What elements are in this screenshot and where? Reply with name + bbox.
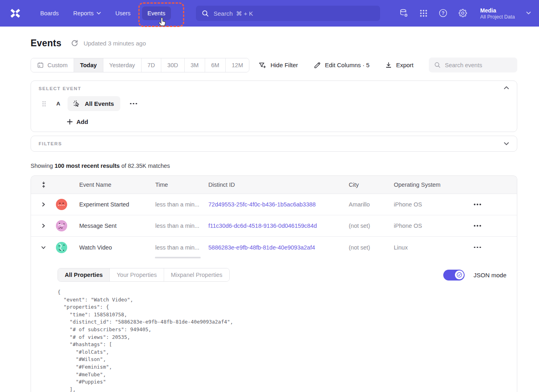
refresh-icon[interactable]: [71, 39, 78, 47]
distinct-id-link[interactable]: 5886283e-e9fb-48fb-81de-40e9093a2af4: [208, 244, 349, 251]
add-label: Add: [76, 118, 88, 125]
nav-item-events[interactable]: Events: [142, 6, 171, 20]
all-events-selector[interactable]: All Events: [68, 96, 121, 111]
filters-label: FILTERS: [39, 141, 62, 146]
last-updated-text: Updated 3 minutes ago: [84, 40, 146, 47]
row-more-options-icon[interactable]: [465, 244, 490, 251]
table-row-expanded[interactable]: Watch Video less than a min... 5886283e-…: [31, 237, 517, 258]
toggle-check-icon: [455, 270, 464, 279]
date-range-today[interactable]: Today: [74, 58, 103, 72]
distinct-id-link[interactable]: 72d49553-25fc-4f0c-b436-1b5ac6ab3388: [208, 201, 349, 208]
select-event-panel: SELECT EVENT A All Events Add: [31, 80, 517, 132]
pencil-icon: [313, 61, 321, 69]
nav-item-label: Users: [115, 10, 131, 17]
mixpanel-logo-icon[interactable]: [8, 6, 23, 21]
event-name-cell: Watch Video: [73, 244, 155, 251]
distinct-id-link[interactable]: f11c30d6-dc6d-4518-9136-0d046159c84d: [208, 223, 349, 229]
date-range-label: Today: [80, 62, 97, 68]
nav-item-reports[interactable]: Reports: [68, 6, 107, 20]
date-range-custom[interactable]: Custom: [31, 58, 74, 72]
column-header-event-name: Event Name: [73, 182, 155, 188]
date-range-label: 6M: [211, 62, 219, 68]
expand-row-chevron-right-icon[interactable]: [31, 202, 56, 207]
horizontal-scrollbar-thumb[interactable]: [155, 257, 201, 258]
export-label: Export: [396, 62, 414, 68]
global-search-input[interactable]: [214, 10, 374, 17]
column-header-city: City: [349, 182, 394, 188]
expand-row-chevron-right-icon[interactable]: [31, 223, 56, 229]
nav-item-users[interactable]: Users: [110, 6, 136, 20]
date-range-label: 7D: [148, 62, 155, 68]
nav-item-label: Boards: [40, 10, 59, 17]
json-mode-toggle[interactable]: [443, 270, 465, 281]
results-summary: Showing 100 most recent results of 82.35…: [31, 163, 517, 169]
search-icon: [202, 10, 209, 17]
date-range-6m[interactable]: 6M: [205, 58, 225, 72]
drag-handle-icon[interactable]: [42, 101, 46, 107]
primary-nav: Boards Reports Users Events: [35, 6, 171, 20]
svg-text:?: ?: [442, 10, 444, 16]
nav-item-label: Reports: [73, 10, 94, 17]
data-management-icon[interactable]: [399, 8, 409, 18]
tab-your-properties[interactable]: Your Properties: [109, 268, 163, 281]
date-range-12m[interactable]: 12M: [225, 58, 249, 72]
tab-label: Mixpanel Properties: [171, 272, 222, 278]
table-row[interactable]: Experiment Started less than a min... 72…: [31, 194, 517, 215]
apps-grid-icon[interactable]: [419, 9, 428, 18]
event-name-cell: Experiment Started: [73, 201, 155, 208]
project-name: Media: [480, 7, 515, 14]
date-range-3m[interactable]: 3M: [184, 58, 205, 72]
row-more-options-icon[interactable]: [465, 201, 490, 208]
time-cell: less than a min...: [155, 244, 208, 251]
chevron-down-icon: [526, 11, 531, 15]
date-range-yesterday[interactable]: Yesterday: [103, 58, 141, 72]
hide-filter-label: Hide Filter: [270, 62, 298, 68]
nav-item-boards[interactable]: Boards: [35, 6, 64, 20]
row-more-options-icon[interactable]: [465, 223, 490, 229]
date-range-label: 30D: [167, 62, 178, 68]
add-event-button[interactable]: Add: [67, 118, 88, 125]
event-avatar: [56, 242, 67, 253]
time-cell: less than a min...: [155, 223, 208, 229]
edit-columns-button[interactable]: Edit Columns · 5: [313, 61, 370, 69]
search-events-input[interactable]: [445, 62, 512, 68]
time-cell: less than a min...: [155, 201, 208, 208]
hide-filter-button[interactable]: Hide Filter: [258, 61, 298, 69]
event-more-options-icon[interactable]: [128, 101, 140, 107]
collapse-all-rows-icon[interactable]: [31, 181, 56, 188]
event-name-cell: Message Sent: [73, 223, 155, 229]
date-range-label: Custom: [47, 62, 68, 68]
download-icon: [385, 62, 392, 69]
help-icon[interactable]: ?: [438, 8, 448, 18]
top-navbar: Boards Reports Users Events ?: [0, 0, 539, 27]
city-cell: (not set): [349, 223, 394, 229]
properties-tabs: All Properties Your Properties Mixpanel …: [58, 268, 230, 282]
select-event-label: SELECT EVENT: [39, 86, 509, 91]
table-row[interactable]: Message Sent less than a min... f11c30d6…: [31, 215, 517, 237]
expand-panel-chevron-down-icon[interactable]: [504, 142, 509, 146]
project-selector[interactable]: Media All Project Data: [480, 7, 531, 20]
global-search[interactable]: [196, 6, 380, 21]
sparkle-cursor-icon: [72, 99, 81, 108]
date-range-control: Custom Today Yesterday 7D 30D 3M 6M 12M: [31, 58, 249, 72]
collapse-panel-chevron-up-icon[interactable]: [504, 86, 509, 90]
funnel-plus-icon: [258, 61, 266, 69]
tab-label: All Properties: [65, 272, 103, 278]
project-scope: All Project Data: [480, 14, 515, 20]
collapse-row-chevron-down-icon[interactable]: [31, 245, 56, 250]
export-button[interactable]: Export: [385, 62, 414, 69]
date-range-30d[interactable]: 30D: [161, 58, 184, 72]
selected-event-name: All Events: [85, 100, 114, 107]
tab-all-properties[interactable]: All Properties: [58, 268, 109, 281]
column-header-os: Operating System: [394, 182, 465, 188]
date-range-7d[interactable]: 7D: [141, 58, 161, 72]
event-json-view: { "event": "Watch Video", "properties": …: [58, 289, 517, 392]
table-header-row: Event Name Time Distinct ID City Operati…: [31, 176, 517, 194]
settings-gear-icon[interactable]: [458, 8, 467, 18]
nav-item-label: Events: [148, 10, 165, 17]
filters-panel[interactable]: FILTERS: [31, 136, 517, 152]
tab-mixpanel-properties[interactable]: Mixpanel Properties: [164, 268, 229, 281]
os-cell: iPhone OS: [394, 223, 465, 229]
search-events-box[interactable]: [429, 58, 517, 72]
json-mode-label: JSON mode: [473, 272, 506, 279]
